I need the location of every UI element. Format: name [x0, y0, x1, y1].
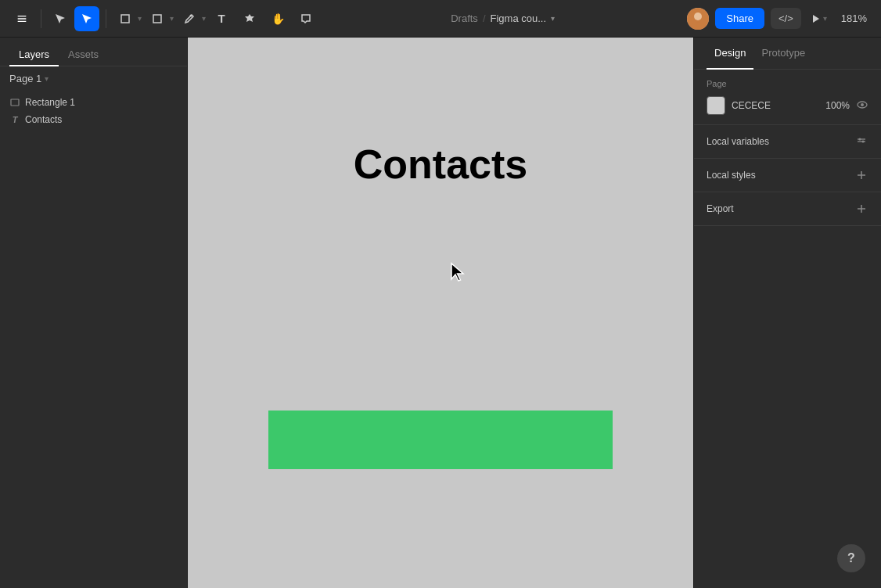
canvas-cursor	[448, 262, 467, 287]
toolbar-center: Drafts / Figma cou... ▾	[322, 13, 684, 24]
page-section-label: Page	[707, 79, 868, 88]
layers-list: Rectangle 1 T Contacts	[0, 91, 187, 131]
export-add-icon[interactable]	[854, 202, 868, 216]
svg-point-2	[190, 14, 192, 16]
toolbar-right: Share </> ▾ 181%	[687, 8, 872, 30]
shape-tool-group: ▾	[145, 6, 174, 31]
canvas-text-contacts: Contacts	[354, 141, 527, 188]
visibility-toggle-icon[interactable]	[856, 99, 868, 113]
page-opacity-value: 100%	[825, 100, 850, 111]
help-button[interactable]: ?	[837, 544, 865, 572]
page-color-row: CECECE 100%	[707, 96, 868, 115]
svg-rect-0	[121, 15, 129, 23]
toolbar-divider-2	[106, 9, 106, 28]
right-sidebar: Design Prototype Page CECECE 100%	[693, 38, 881, 588]
main-area: Layers Assets Page 1 ▾ Rectangle 1 T Con…	[0, 38, 881, 588]
svg-point-12	[859, 138, 861, 141]
local-variables-title: Local variables	[707, 136, 769, 147]
local-styles-header[interactable]: Local styles	[694, 159, 881, 192]
canvas-rect-green	[268, 411, 613, 469]
export-title: Export	[707, 203, 734, 214]
local-variables-settings-icon[interactable]	[854, 134, 868, 149]
tab-prototype[interactable]: Prototype	[753, 38, 813, 70]
play-button[interactable]: ▾	[807, 10, 830, 27]
left-sidebar: Layers Assets Page 1 ▾ Rectangle 1 T Con…	[0, 38, 188, 588]
file-dropdown-arrow[interactable]: ▾	[551, 14, 555, 23]
local-variables-header[interactable]: Local variables	[694, 125, 881, 158]
frame-tool-button[interactable]	[113, 6, 138, 31]
export-header[interactable]: Export	[694, 192, 881, 225]
local-styles-add-icon[interactable]	[854, 168, 868, 182]
canvas-content: Contacts	[188, 38, 693, 588]
layer-item-contacts[interactable]: T Contacts	[0, 111, 187, 128]
svg-point-9	[861, 103, 864, 106]
canvas-area[interactable]: Contacts	[188, 38, 693, 588]
main-menu-button[interactable]	[9, 6, 34, 31]
svg-rect-1	[153, 15, 161, 23]
toolbar: ▾ ▾ ▾ T ✋ Drafts /	[0, 0, 881, 38]
code-label: </>	[779, 13, 793, 24]
local-variables-section: Local variables	[694, 125, 881, 159]
local-styles-title: Local styles	[707, 170, 756, 181]
svg-point-13	[862, 141, 865, 143]
toolbar-divider-1	[41, 9, 41, 28]
layer-item-rectangle[interactable]: Rectangle 1	[0, 94, 187, 111]
code-button[interactable]: </>	[771, 8, 801, 29]
page-dropdown-arrow: ▾	[45, 74, 49, 83]
rectangle-layer-icon	[9, 97, 20, 108]
breadcrumb-separator: /	[483, 13, 486, 24]
select-tool-group	[48, 6, 99, 31]
toolbar-left: ▾ ▾ ▾ T ✋	[9, 6, 318, 31]
breadcrumb-drafts: Drafts	[451, 13, 478, 24]
page-selector[interactable]: Page 1 ▾	[0, 66, 187, 91]
page-section: Page CECECE 100%	[694, 70, 881, 125]
select-tool-button[interactable]	[48, 6, 73, 31]
tab-layers[interactable]: Layers	[9, 44, 59, 66]
hand-tool-button[interactable]: ✋	[265, 6, 290, 31]
avatar	[687, 8, 709, 30]
canvas-frame: Contacts	[221, 109, 660, 516]
svg-point-4	[694, 13, 702, 20]
zoom-level[interactable]: 181%	[836, 9, 872, 27]
right-panel-content: Page CECECE 100% Local variables	[694, 70, 881, 588]
file-name: Figma cou...	[491, 13, 547, 24]
layer-name-rectangle: Rectangle 1	[25, 97, 75, 108]
share-button[interactable]: Share	[715, 8, 764, 29]
comment-tool-button[interactable]	[293, 6, 318, 31]
sidebar-tabs: Layers Assets	[0, 38, 187, 66]
layer-name-contacts: Contacts	[25, 114, 62, 125]
svg-marker-6	[813, 15, 819, 23]
page-color-value: CECECE	[732, 100, 819, 111]
page-color-swatch[interactable]	[707, 96, 725, 115]
move-tool-button[interactable]	[74, 6, 99, 31]
shape-tool-button[interactable]	[145, 6, 170, 31]
text-tool-button[interactable]: T	[209, 6, 234, 31]
tab-design[interactable]: Design	[707, 38, 753, 70]
pen-tool-button[interactable]	[177, 6, 202, 31]
frame-tool-group: ▾	[113, 6, 142, 31]
text-layer-icon: T	[9, 114, 20, 125]
pen-tool-group: ▾	[177, 6, 206, 31]
svg-rect-7	[11, 99, 19, 106]
local-styles-section: Local styles	[694, 159, 881, 192]
tab-assets[interactable]: Assets	[59, 44, 108, 66]
export-section: Export	[694, 192, 881, 226]
right-tabs: Design Prototype	[694, 38, 881, 70]
page-name: Page 1	[9, 73, 41, 84]
resources-button[interactable]	[237, 6, 262, 31]
